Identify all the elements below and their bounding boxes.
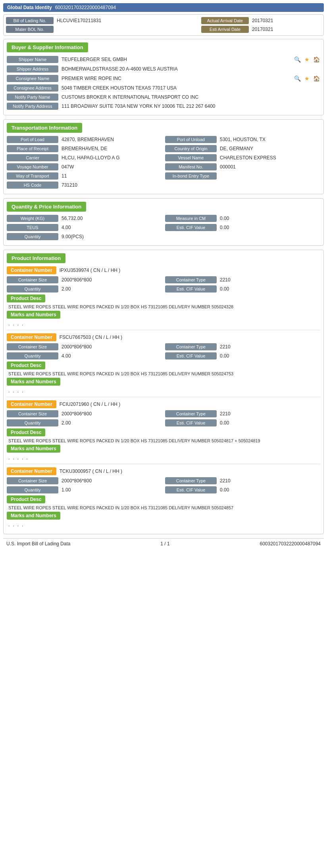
quantity-label: Quantity xyxy=(7,233,58,240)
container-4-number-label[interactable]: Container Number xyxy=(7,467,56,475)
consignee-home-icon[interactable]: 🏠 xyxy=(312,75,320,82)
container-3-marks-button[interactable]: Marks and Numbers xyxy=(7,445,60,453)
home-icon[interactable]: 🏠 xyxy=(312,55,320,63)
container-1-marks-btn-row: Marks and Numbers xyxy=(7,311,320,319)
identity-label: Global Data Identity xyxy=(7,5,52,10)
shipper-name-label: Shipper Name xyxy=(7,56,58,63)
port-unload-value: 5301, HOUSTON, TX xyxy=(220,137,320,142)
port-unload-label: Port of Unload xyxy=(165,136,217,143)
container-4-type-label: Container Type xyxy=(165,477,217,484)
consignee-address-label: Consignee Address xyxy=(7,84,58,92)
consignee-name-row: Consignee Name PREMIER WIRE ROPE INC 🔍 ★… xyxy=(7,75,320,82)
container-2-qty-value: 4.00 xyxy=(62,353,162,359)
divider-2 xyxy=(7,397,320,397)
container-2-prod-desc-button[interactable]: Product Desc xyxy=(7,361,45,369)
voyage-label: Voyage Number xyxy=(7,163,58,170)
measure-col: Measure in CM 0.00 xyxy=(165,215,320,222)
bol-label: Bill of Lading No. xyxy=(6,17,54,24)
container-4-size-label: Container Size xyxy=(7,477,58,484)
transport-empty-col xyxy=(165,182,320,189)
page-footer: U.S. Import Bill of Lading Data 1 / 1 60… xyxy=(3,538,324,549)
consignee-address-row: Consignee Address 5048 TIMBER CREEK HOUS… xyxy=(7,84,320,92)
way-transport-value: 11 xyxy=(62,173,162,179)
notify-party-address-label: Notify Party Address xyxy=(7,103,58,110)
shipper-name-value: TEUFELBERGER SEIL GMBH xyxy=(62,57,293,62)
measure-label: Measure in CM xyxy=(165,215,217,222)
notify-party-name-value: CUSTOMS BROKER K INTERNATIONAL TRANSPORT… xyxy=(62,94,320,100)
container-2-qty-label: Quantity xyxy=(7,352,58,359)
transportation-body: Port of Load 42870, BREMERHAVEN Port of … xyxy=(4,136,323,189)
container-3-prod-desc-button[interactable]: Product Desc xyxy=(7,428,45,436)
consignee-search-icon[interactable]: 🔍 xyxy=(293,75,301,82)
port-unload-col: Port of Unload 5301, HOUSTON, TX xyxy=(165,136,320,143)
footer-right: 60032017032220000487094 xyxy=(260,541,321,547)
container-1-type-value: 2210 xyxy=(220,277,320,283)
container-4-size-value: 2000*806*800 xyxy=(62,478,162,484)
port-load-value: 42870, BREMERHAVEN xyxy=(62,137,162,142)
container-2-number-label[interactable]: Container Number xyxy=(7,333,56,341)
container-1-size-label: Container Size xyxy=(7,276,58,283)
hs-code-col: HS Code 731210 xyxy=(7,182,162,189)
container-2-marks-button[interactable]: Marks and Numbers xyxy=(7,378,60,386)
container-2-number-value: FSCU7667503 ( CN / L / HH ) xyxy=(60,335,320,340)
voyage-col: Voyage Number 047W xyxy=(7,163,162,170)
actual-arrival-value: 20170321 xyxy=(252,18,321,23)
carrier-value: HLCU, HAPAG-LLOYD A G xyxy=(62,155,162,161)
container-4-desc-text: STEEL WIRE ROPES STEEL WIRE ROPES PACKED… xyxy=(7,505,320,510)
identity-value: 60032017032220000487094 xyxy=(55,5,116,10)
vessel-value: CHARLESTON EXPRESS xyxy=(220,155,320,161)
container-3-number-label[interactable]: Container Number xyxy=(7,400,56,408)
container-2-qty-row: Quantity 4.00 Esti. CIF Value 0.00 xyxy=(7,352,320,359)
container-1-prod-desc-button[interactable]: Product Desc xyxy=(7,294,45,302)
qty-row-0: Weight (KG) 56,732.00 Measure in CM 0.00 xyxy=(7,215,320,222)
star-icon[interactable]: ★ xyxy=(303,55,311,63)
shipper-address-value: BOHMERWALDSTRASSE 20 A-4600 WELS AUSTRIA xyxy=(62,66,320,72)
container-4-marks-button[interactable]: Marks and Numbers xyxy=(7,512,60,520)
container-3-marks-text: . . . . . xyxy=(8,455,320,461)
container-4-marks-text: . . . . xyxy=(8,522,320,528)
container-4-prod-desc-button[interactable]: Product Desc xyxy=(7,495,45,503)
notify-party-address-row: Notify Party Address 111 BROADWAY SUITE … xyxy=(7,103,320,110)
product-section: Product Information Container Number IPX… xyxy=(3,250,324,534)
esti-cif-value: 0.00 xyxy=(220,225,320,230)
container-3-qty-value: 2.00 xyxy=(62,420,162,426)
transport-row-5: HS Code 731210 xyxy=(7,182,320,189)
container-2-desc-text: STEEL WIRE ROPES STEEL WIRE ROPES PACKED… xyxy=(7,371,320,376)
container-1-marks-button[interactable]: Marks and Numbers xyxy=(7,311,60,319)
container-3-cif-label: Esti. CIF Value xyxy=(165,419,217,426)
place-receipt-value: BREMERHAVEN, DE xyxy=(62,146,162,151)
container-2-type-value: 2210 xyxy=(220,344,320,350)
container-1-desc-btn-row: Product Desc xyxy=(7,294,320,302)
container-1-number-label[interactable]: Container Number xyxy=(7,266,56,274)
teus-value: 4.00 xyxy=(62,225,162,230)
container-3-type-label: Container Type xyxy=(165,410,217,417)
container-3-size-row: Container Size 2000*806*800 Container Ty… xyxy=(7,410,320,417)
container-1-type-label: Container Type xyxy=(165,276,217,283)
container-2-size-row: Container Size 2000*806*800 Container Ty… xyxy=(7,343,320,350)
shipper-address-row: Shipper Address BOHMERWALDSTRASSE 20 A-4… xyxy=(7,65,320,73)
consignee-address-value: 5048 TIMBER CREEK HOUSTON TEXAS 77017 US… xyxy=(62,85,320,91)
esti-cif-label: Esti. CIF Value xyxy=(165,224,217,231)
container-4-type-value: 2210 xyxy=(220,478,320,484)
consignee-name-icons: 🔍 ★ 🏠 xyxy=(293,75,320,82)
consignee-star-icon[interactable]: ★ xyxy=(303,75,311,82)
transport-row-4: Way of Transport 11 In-bond Entry Type xyxy=(7,172,320,180)
esti-arrival-value: 20170321 xyxy=(252,27,321,32)
way-transport-col: Way of Transport 11 xyxy=(7,172,162,180)
quantity-price-section: Quantity & Price Information Weight (KG)… xyxy=(3,198,324,246)
container-4-desc-btn-row: Product Desc xyxy=(7,495,320,503)
quantity-value: 9.00(PCS) xyxy=(62,234,162,239)
transport-row-2: Carrier HLCU, HAPAG-LLOYD A G Vessel Nam… xyxy=(7,154,320,161)
inbond-label: In-bond Entry Type xyxy=(165,172,217,180)
search-icon[interactable]: 🔍 xyxy=(293,55,301,63)
container-3-type-value: 2210 xyxy=(220,411,320,417)
quantity-col: Quantity 9.00(PCS) xyxy=(7,233,162,240)
esti-cif-col: Esti. CIF Value 0.00 xyxy=(165,224,320,231)
transportation-title: Transportation Information xyxy=(7,123,82,133)
container-1-marks-text: . . . . xyxy=(8,321,320,327)
quantity-price-body: Weight (KG) 56,732.00 Measure in CM 0.00… xyxy=(4,215,323,240)
consignee-name-value: PREMIER WIRE ROPE INC xyxy=(62,76,293,81)
container-1-qty-row: Quantity 2.00 Esti. CIF Value 0.00 xyxy=(7,285,320,293)
container-3-cif-value: 0.00 xyxy=(220,420,320,426)
page-wrapper: Global Data Identity 6003201703222000048… xyxy=(0,0,327,868)
